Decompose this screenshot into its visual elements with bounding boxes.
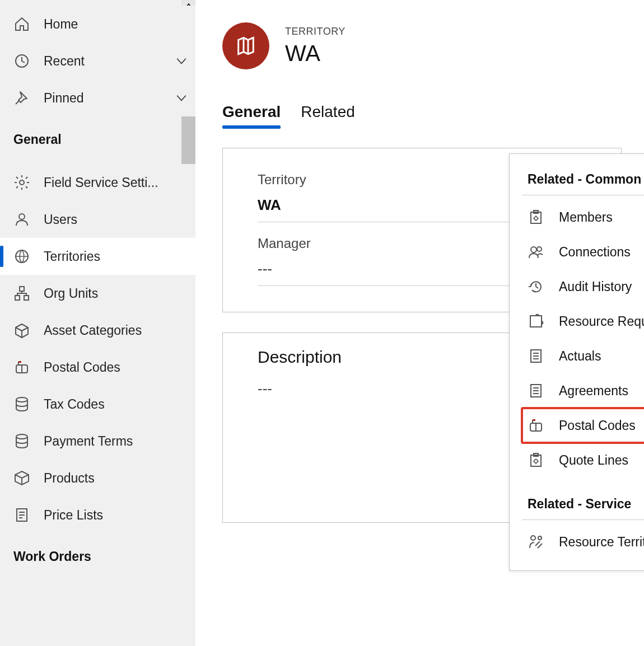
related-item-label: Resource Territories bbox=[559, 535, 644, 550]
org-icon bbox=[13, 285, 30, 302]
section-title-workorders: Work Orders bbox=[0, 533, 195, 575]
home-icon bbox=[13, 16, 30, 32]
sidebar-item-org-units[interactable]: Org Units bbox=[0, 275, 195, 312]
sidebar-item-label: Pinned bbox=[44, 91, 167, 106]
sidebar-item-label: Products bbox=[44, 471, 195, 486]
related-item-label: Actuals bbox=[559, 349, 601, 364]
entity-type-label: TERRITORY bbox=[285, 26, 346, 38]
related-heading-common: Related - Common bbox=[522, 170, 644, 195]
sidebar-item-label: Territories bbox=[44, 249, 195, 264]
tab-bar: General Related bbox=[222, 103, 622, 128]
sidebar-item-payment-terms[interactable]: Payment Terms bbox=[0, 423, 195, 460]
clock-icon bbox=[13, 53, 30, 69]
sidebar: HomeRecentPinned General Field Service S… bbox=[0, 0, 195, 646]
doc-lines-icon bbox=[528, 382, 544, 399]
related-item-quote-lines[interactable]: Quote Lines bbox=[522, 443, 644, 478]
related-item-resource-territories[interactable]: Resource Territories bbox=[522, 525, 644, 559]
sidebar-item-home[interactable]: Home bbox=[0, 6, 195, 43]
chevron-down-icon bbox=[167, 91, 195, 105]
sidebar-item-label: Payment Terms bbox=[44, 434, 195, 449]
sidebar-item-price-lists[interactable]: Price Lists bbox=[0, 497, 195, 533]
related-item-label: Connections bbox=[559, 245, 631, 260]
chevron-down-icon bbox=[167, 54, 195, 68]
sidebar-item-label: Postal Codes bbox=[44, 360, 195, 375]
related-menu: Related - Common MembersConnectionsAudit… bbox=[509, 153, 644, 571]
mailbox-icon bbox=[13, 359, 30, 376]
gear-icon bbox=[13, 174, 30, 191]
pin-icon bbox=[13, 90, 30, 106]
mailbox-icon bbox=[528, 417, 544, 434]
related-item-agreements[interactable]: Agreements bbox=[522, 373, 644, 408]
people-icon bbox=[528, 244, 544, 260]
related-item-postal-codes[interactable]: Postal Codes bbox=[522, 408, 644, 443]
record-header: TERRITORY WA bbox=[222, 22, 622, 69]
sidebar-item-label: Price Lists bbox=[44, 508, 195, 523]
sidebar-item-label: Org Units bbox=[44, 286, 195, 301]
person-icon bbox=[13, 211, 30, 228]
related-item-actuals[interactable]: Actuals bbox=[522, 339, 644, 373]
sidebar-item-label: Users bbox=[44, 212, 195, 227]
sidebar-item-label: Recent bbox=[44, 54, 167, 69]
sidebar-item-tax-codes[interactable]: Tax Codes bbox=[0, 386, 195, 423]
sidebar-item-label: Tax Codes bbox=[44, 397, 195, 412]
sidebar-item-label: Asset Categories bbox=[44, 323, 195, 338]
clipboard-gear-icon bbox=[528, 209, 544, 226]
people-run-icon bbox=[528, 533, 544, 550]
sidebar-item-label: Home bbox=[44, 17, 195, 32]
doc-lines-icon bbox=[528, 348, 544, 364]
nav-top-group: HomeRecentPinned bbox=[0, 0, 195, 116]
sidebar-item-pinned[interactable]: Pinned bbox=[0, 79, 195, 116]
related-item-label: Quote Lines bbox=[559, 453, 628, 468]
cube-icon bbox=[13, 470, 30, 486]
history-icon bbox=[528, 278, 544, 295]
sidebar-item-products[interactable]: Products bbox=[0, 460, 195, 497]
section-title-general: General bbox=[0, 116, 195, 158]
sidebar-item-asset-categories[interactable]: Asset Categories bbox=[0, 312, 195, 349]
related-item-label: Agreements bbox=[559, 383, 628, 399]
clipboard-gear-icon bbox=[528, 452, 544, 469]
related-item-resource-requirements[interactable]: Resource Requirements bbox=[522, 304, 644, 339]
sidebar-item-recent[interactable]: Recent bbox=[0, 43, 195, 79]
related-item-members[interactable]: Members bbox=[522, 200, 644, 235]
entity-name: WA bbox=[285, 41, 346, 66]
doc-icon bbox=[13, 507, 30, 523]
globe-icon bbox=[13, 248, 30, 265]
tab-related[interactable]: Related bbox=[301, 103, 355, 128]
related-heading-service: Related - Service bbox=[522, 494, 644, 520]
nav-general-group: Field Service Setti...UsersTerritoriesOr… bbox=[0, 158, 195, 533]
sidebar-item-users[interactable]: Users bbox=[0, 201, 195, 238]
related-item-label: Postal Codes bbox=[559, 418, 636, 433]
sidebar-item-territories[interactable]: Territories bbox=[0, 238, 195, 275]
related-item-label: Audit History bbox=[559, 279, 632, 294]
related-item-connections[interactable]: Connections bbox=[522, 235, 644, 269]
stack-icon bbox=[13, 433, 30, 450]
main-content: TERRITORY WA General Related Territory W… bbox=[195, 0, 644, 646]
sidebar-item-label: Field Service Setti... bbox=[44, 175, 195, 190]
territory-icon bbox=[222, 22, 269, 69]
sidebar-item-field-service-setti[interactable]: Field Service Setti... bbox=[0, 164, 195, 201]
sidebar-item-postal-codes[interactable]: Postal Codes bbox=[0, 349, 195, 386]
box-open-icon bbox=[13, 322, 30, 339]
related-item-audit-history[interactable]: Audit History bbox=[522, 269, 644, 304]
related-item-label: Members bbox=[559, 210, 613, 225]
related-item-label: Resource Requirements bbox=[559, 314, 644, 329]
puzzle-icon bbox=[528, 313, 544, 330]
tab-general[interactable]: General bbox=[222, 103, 281, 128]
stack-icon bbox=[13, 396, 30, 413]
